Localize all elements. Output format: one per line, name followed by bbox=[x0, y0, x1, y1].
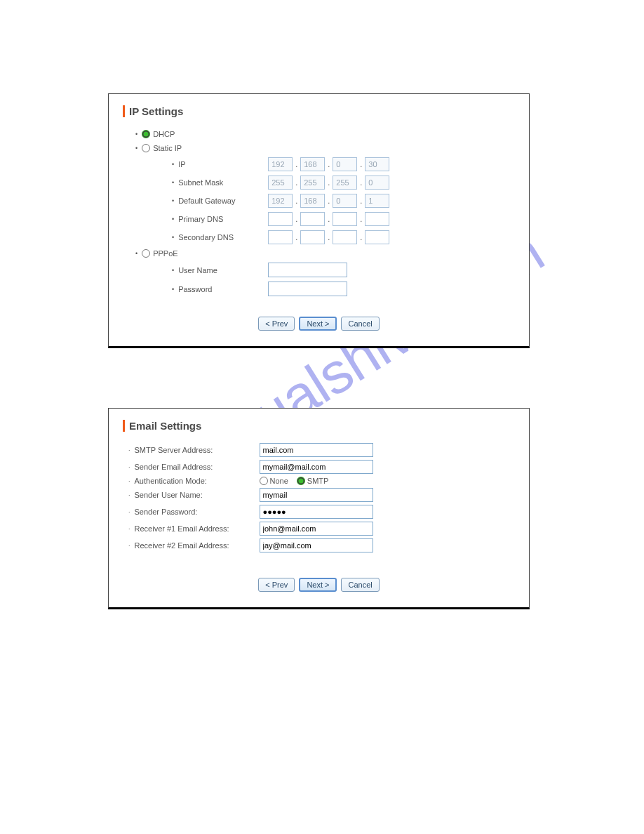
secondary-dns-field-row: • Secondary DNS . . . bbox=[123, 228, 515, 246]
ip-option-dhcp[interactable]: • DHCP bbox=[123, 127, 515, 141]
primary-dns-label: Primary DNS bbox=[178, 215, 268, 223]
primary-dns-field-row: • Primary DNS . . . bbox=[123, 210, 515, 228]
bullet-icon: • bbox=[135, 131, 137, 138]
gateway-octet-4[interactable] bbox=[365, 194, 389, 208]
bullet-icon: • bbox=[172, 234, 174, 241]
ip-option-static[interactable]: • Static IP bbox=[123, 141, 515, 155]
primary-dns-octet-2[interactable] bbox=[300, 212, 325, 226]
primary-dns-octet-1[interactable] bbox=[268, 212, 293, 226]
next-button[interactable]: Next > bbox=[299, 317, 337, 331]
auth-none-radio[interactable] bbox=[260, 477, 268, 485]
prev-button[interactable]: < Prev bbox=[258, 578, 295, 592]
pppoe-password-input[interactable] bbox=[268, 282, 347, 296]
prev-button[interactable]: < Prev bbox=[258, 317, 295, 331]
dot-separator: . bbox=[293, 197, 300, 205]
sender-pass-input[interactable] bbox=[260, 505, 373, 519]
sender-user-input[interactable] bbox=[260, 488, 373, 502]
dot-separator: . bbox=[357, 197, 365, 205]
dot-separator: . bbox=[293, 178, 300, 187]
bullet-icon: • bbox=[172, 161, 174, 168]
email-button-row: < Prev Next > Cancel bbox=[123, 578, 515, 592]
receiver1-row: · Receiver #1 Email Address: bbox=[123, 520, 515, 537]
dot-separator: . bbox=[325, 215, 333, 223]
primary-dns-octet-3[interactable] bbox=[333, 212, 357, 226]
dot-separator: . bbox=[325, 233, 333, 241]
pppoe-user-row: • User Name bbox=[123, 260, 515, 279]
secondary-dns-octet-1[interactable] bbox=[268, 230, 293, 244]
static-ip-label: Static IP bbox=[153, 144, 182, 152]
email-settings-panel: Email Settings · SMTP Server Address: · … bbox=[108, 408, 530, 609]
smtp-row: · SMTP Server Address: bbox=[123, 442, 515, 458]
auth-smtp-label: SMTP bbox=[307, 477, 329, 485]
ip-octet-3[interactable] bbox=[333, 157, 357, 171]
secondary-dns-octet-3[interactable] bbox=[333, 230, 357, 244]
primary-dns-octet-4[interactable] bbox=[365, 212, 389, 226]
bullet-icon: · bbox=[128, 525, 130, 532]
dot-separator: . bbox=[357, 160, 365, 168]
bullet-icon: · bbox=[128, 446, 130, 454]
subnet-octet-4[interactable] bbox=[365, 176, 389, 190]
bullet-icon: · bbox=[128, 542, 130, 549]
bullet-icon: • bbox=[172, 197, 174, 204]
sender-email-label: Sender Email Address: bbox=[135, 463, 260, 471]
gateway-field-row: • Default Gateway . . . bbox=[123, 192, 515, 210]
dhcp-label: DHCP bbox=[153, 130, 175, 138]
auth-smtp-radio[interactable] bbox=[297, 477, 305, 485]
subnet-octet-3[interactable] bbox=[333, 176, 357, 190]
pppoe-user-input[interactable] bbox=[268, 263, 347, 277]
gateway-octet-2[interactable] bbox=[300, 194, 325, 208]
dot-separator: . bbox=[293, 233, 300, 241]
ip-octet-4[interactable] bbox=[365, 157, 389, 171]
pppoe-radio[interactable] bbox=[142, 249, 150, 258]
receiver1-input[interactable] bbox=[260, 522, 373, 536]
bullet-icon: · bbox=[128, 463, 130, 470]
sender-pass-label: Sender Password: bbox=[135, 508, 260, 516]
static-ip-radio[interactable] bbox=[142, 144, 150, 152]
subnet-field-row: • Subnet Mask . . . bbox=[123, 173, 515, 192]
subnet-label: Subnet Mask bbox=[178, 178, 268, 187]
dot-separator: . bbox=[293, 160, 300, 168]
ip-option-pppoe[interactable]: • PPPoE bbox=[123, 246, 515, 260]
cancel-button[interactable]: Cancel bbox=[341, 317, 379, 331]
dot-separator: . bbox=[325, 160, 333, 168]
bullet-icon: • bbox=[135, 145, 137, 152]
pppoe-user-label: User Name bbox=[178, 266, 268, 274]
receiver2-row: · Receiver #2 Email Address: bbox=[123, 537, 515, 554]
pppoe-password-label: Password bbox=[178, 285, 268, 293]
ip-settings-panel: IP Settings • DHCP • Static IP • IP . . … bbox=[108, 93, 530, 348]
receiver2-input[interactable] bbox=[260, 538, 373, 552]
receiver2-label: Receiver #2 Email Address: bbox=[135, 541, 260, 550]
sender-email-row: · Sender Email Address: bbox=[123, 458, 515, 475]
auth-mode-row: · Authentication Mode: None SMTP bbox=[123, 475, 515, 486]
ip-octet-1[interactable] bbox=[268, 157, 293, 171]
subnet-octet-2[interactable] bbox=[300, 176, 325, 190]
auth-none-label: None bbox=[270, 477, 288, 485]
ip-octet-2[interactable] bbox=[300, 157, 325, 171]
gateway-octet-1[interactable] bbox=[268, 194, 293, 208]
smtp-input[interactable] bbox=[260, 443, 373, 457]
bullet-icon: · bbox=[128, 508, 130, 515]
sender-user-label: Sender User Name: bbox=[135, 491, 260, 499]
ip-settings-title: IP Settings bbox=[123, 105, 515, 117]
auth-mode-label: Authentication Mode: bbox=[135, 477, 260, 485]
secondary-dns-octet-4[interactable] bbox=[365, 230, 389, 244]
secondary-dns-label: Secondary DNS bbox=[178, 233, 268, 241]
ip-button-row: < Prev Next > Cancel bbox=[123, 317, 515, 331]
bullet-icon: • bbox=[135, 250, 137, 257]
bullet-icon: · bbox=[128, 477, 130, 484]
dot-separator: . bbox=[293, 215, 300, 223]
dot-separator: . bbox=[325, 197, 333, 205]
subnet-octet-1[interactable] bbox=[268, 176, 293, 190]
gateway-label: Default Gateway bbox=[178, 197, 268, 205]
bullet-icon: • bbox=[172, 286, 174, 293]
next-button[interactable]: Next > bbox=[299, 578, 337, 592]
dot-separator: . bbox=[357, 233, 365, 241]
sender-email-input[interactable] bbox=[260, 460, 373, 474]
dhcp-radio[interactable] bbox=[142, 130, 150, 138]
secondary-dns-octet-2[interactable] bbox=[300, 230, 325, 244]
gateway-octet-3[interactable] bbox=[333, 194, 357, 208]
smtp-label: SMTP Server Address: bbox=[135, 446, 260, 454]
cancel-button[interactable]: Cancel bbox=[341, 578, 379, 592]
bullet-icon: • bbox=[172, 179, 174, 186]
ip-field-row: • IP . . . bbox=[123, 155, 515, 173]
